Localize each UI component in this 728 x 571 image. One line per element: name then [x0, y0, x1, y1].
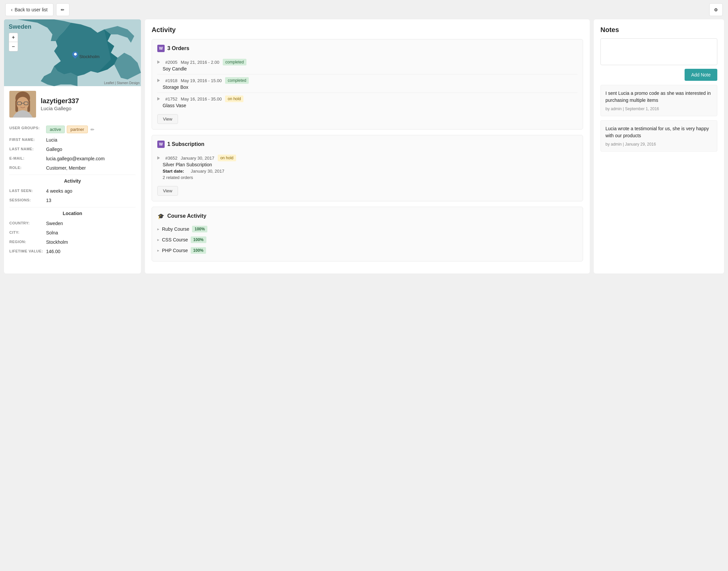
settings-button[interactable]: ⚙	[709, 3, 723, 16]
course-section: 🎓 Course Activity ▸ Ruby Course 100% ▸ C…	[152, 207, 583, 261]
sub-id: #3652	[165, 155, 177, 160]
country-value: Sweden	[46, 221, 63, 226]
course-percent-badge: 100%	[191, 236, 206, 243]
last-name-row: LAST NAME: Gallego	[9, 144, 136, 154]
order-id: #2005	[165, 60, 177, 65]
role-row: ROLE: Customer, Member	[9, 163, 136, 173]
course-name: PHP Course	[162, 248, 188, 253]
sub-date: January 30, 2017	[181, 155, 214, 160]
map-controls: + −	[9, 33, 18, 51]
expand-icon	[157, 97, 160, 101]
last-name-label: LAST NAME:	[9, 146, 46, 151]
course-row: ▸ Ruby Course 100%	[157, 224, 577, 234]
order-status-badge: on hold	[225, 96, 243, 102]
subscription-row: #3652 January 30, 2017 on hold Silver Pl…	[157, 152, 577, 183]
first-name-row: FIRST NAME: Lucia	[9, 135, 136, 144]
country-label: COUNTRY:	[9, 221, 46, 225]
country-row: COUNTRY: Sweden	[9, 219, 136, 228]
edit-icon: ✏	[61, 7, 65, 12]
notes-title: Notes	[600, 26, 717, 34]
location-section-title: Location	[9, 207, 136, 219]
course-icon: 🎓	[157, 212, 165, 220]
sub-view-button[interactable]: View	[157, 186, 178, 196]
order-date: May 16, 2016 - 35.00	[181, 97, 222, 102]
course-percent-badge: 100%	[192, 226, 208, 232]
orders-section: W 3 Orders #2005 May 21, 2016 - 2.00 com…	[152, 39, 583, 130]
map-zoom-out-button[interactable]: −	[9, 42, 18, 51]
course-row: ▸ PHP Course 100%	[157, 245, 577, 256]
woo-orders-icon: W	[157, 45, 165, 52]
add-note-button[interactable]: Add Note	[685, 69, 717, 81]
expand-icon	[157, 61, 160, 64]
order-name: Soy Candle	[157, 66, 577, 72]
city-label: CITY:	[9, 230, 46, 234]
order-meta: #1752 May 16, 2016 - 35.00 on hold	[157, 96, 577, 102]
tags-row: active partner ✏	[46, 126, 95, 133]
course-row: ▸ CSS Course 100%	[157, 234, 577, 245]
orders-header-text: 3 Orders	[167, 45, 189, 51]
order-name: Glass Vase	[157, 102, 577, 108]
lifetime-value-row: LIFETIME VALUE: 146.00	[9, 247, 136, 256]
note-text: Lucia wrote a testimonial for us, she is…	[605, 125, 712, 139]
svg-point-5	[17, 97, 29, 110]
user-groups-row: USER GROUPS: active partner ✏	[9, 124, 136, 135]
first-name-label: FIRST NAME:	[9, 137, 46, 142]
chevron-icon: ▸	[157, 237, 159, 242]
sub-detail: Start date: January 30, 2017 2 related o…	[157, 168, 577, 180]
order-date: May 21, 2016 - 2.00	[181, 60, 219, 65]
role-value: Customer, Member	[46, 165, 86, 170]
city-value: Solna	[46, 230, 58, 235]
note-text: I sent Lucia a promo code as she was int…	[605, 90, 712, 104]
back-button-label: Back to user list	[15, 7, 48, 12]
edit-tags-button[interactable]: ✏	[90, 126, 95, 133]
map-zoom-in-button[interactable]: +	[9, 33, 18, 42]
middle-panel: Activity W 3 Orders #2005 May 21, 2016 -…	[145, 19, 590, 273]
region-row: REGION: Stockholm	[9, 237, 136, 247]
edit-button[interactable]: ✏	[56, 3, 70, 16]
map-pin	[72, 51, 79, 61]
sub-status-badge: on hold	[218, 154, 236, 161]
order-meta: #2005 May 21, 2016 - 2.00 completed	[157, 59, 577, 66]
order-date: May 19, 2016 - 15.00	[181, 78, 222, 83]
order-status-badge: completed	[225, 77, 249, 84]
subscription-header: W 1 Subscription	[157, 141, 577, 148]
map-label: Sweden	[9, 23, 31, 30]
sub-name: Silver Plan Subscription	[157, 161, 577, 167]
order-id: #1752	[165, 97, 177, 102]
back-button[interactable]: ‹ Back to user list	[5, 3, 53, 16]
expand-icon	[157, 156, 160, 159]
map-attribution: Leaflet | Stamen Design	[104, 81, 140, 85]
lifetime-value-label: LIFETIME VALUE:	[9, 249, 46, 253]
notes-textarea[interactable]	[600, 38, 717, 65]
course-percent-badge: 100%	[191, 247, 206, 254]
orders-view-button[interactable]: View	[157, 114, 178, 124]
woo-sub-icon: W	[157, 141, 165, 148]
sub-meta: #3652 January 30, 2017 on hold	[157, 154, 577, 161]
order-name: Storage Box	[157, 84, 577, 90]
notes-panel: Notes Add Note I sent Lucia a promo code…	[594, 19, 724, 273]
username: lazytiger337	[41, 97, 79, 105]
avatar-row: lazytiger337 Lucia Gallego	[4, 86, 141, 121]
order-row: #2005 May 21, 2016 - 2.00 completed Soy …	[157, 56, 577, 75]
order-row: #1918 May 19, 2016 - 15.00 completed Sto…	[157, 75, 577, 93]
last-name-value: Gallego	[46, 146, 62, 152]
sessions-row: SESSIONS: 13	[9, 196, 136, 205]
map-city-label: Stockholm	[80, 54, 100, 59]
fullname: Lucia Gallego	[41, 106, 79, 111]
activity-section-title: Activity	[9, 175, 136, 186]
course-header: 🎓 Course Activity	[157, 212, 577, 220]
lifetime-value-value: 146.00	[46, 249, 60, 254]
region-value: Stockholm	[46, 239, 68, 245]
order-id: #1918	[165, 78, 177, 83]
chevron-icon: ▸	[157, 227, 159, 231]
sessions-label: SESSIONS:	[9, 198, 46, 202]
email-value: lucia.gallego@example.com	[46, 156, 105, 161]
settings-icon: ⚙	[714, 7, 718, 12]
subscription-header-text: 1 Subscription	[167, 141, 204, 147]
last-seen-label: LAST SEEN:	[9, 188, 46, 193]
city-row: CITY: Solna	[9, 228, 136, 237]
order-meta: #1918 May 19, 2016 - 15.00 completed	[157, 77, 577, 84]
note-meta: by admin | September 1, 2016	[605, 107, 712, 111]
user-identity: lazytiger337 Lucia Gallego	[41, 97, 79, 111]
main-layout: Sweden + − Stockholm Leaflet | Stamen De…	[0, 19, 728, 277]
